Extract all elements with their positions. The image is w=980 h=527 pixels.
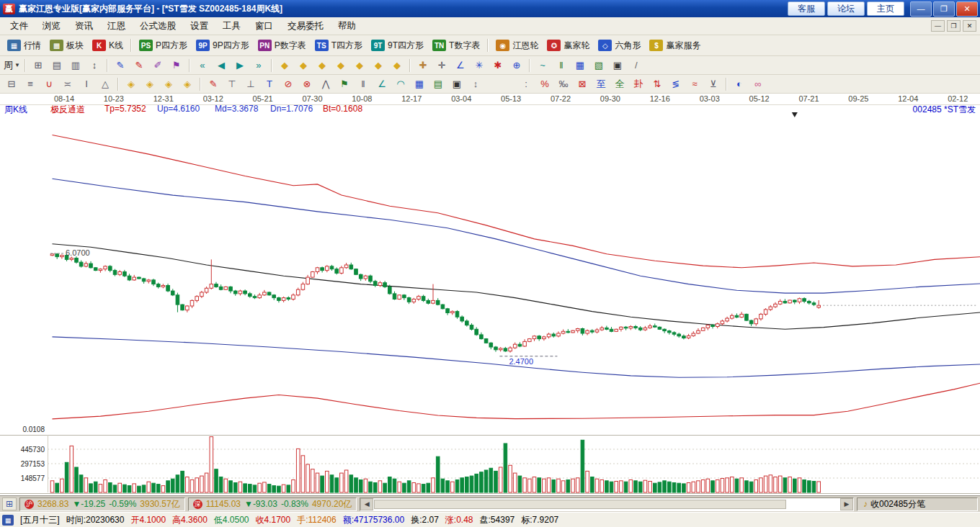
scroll-thumb[interactable]: [374, 500, 786, 509]
gann-box-3-tool[interactable]: ◈: [141, 76, 159, 92]
erase-all-tool[interactable]: ⊗: [298, 76, 316, 92]
tool-quan[interactable]: 全: [611, 76, 628, 92]
titlebar-button-support[interactable]: 客服: [788, 1, 825, 16]
toolbar-winner-service[interactable]: $赢家服务: [645, 37, 705, 54]
gann-grid-tool[interactable]: ✱: [489, 58, 507, 73]
chart-grid-button[interactable]: ▦: [411, 76, 428, 92]
child-restore-button[interactable]: ❐: [947, 20, 961, 32]
menu-help[interactable]: 帮助: [331, 17, 363, 35]
toolbar-sectors[interactable]: ▩板块: [45, 37, 88, 54]
toolbar-p-square[interactable]: PSP四方形: [135, 37, 192, 54]
titlebar-button-forum[interactable]: 论坛: [827, 1, 865, 16]
pencil-blue-tool[interactable]: ✎: [112, 58, 129, 73]
gann-square-2[interactable]: ◆: [295, 58, 312, 73]
link-icon[interactable]: ∞: [749, 76, 767, 92]
trend-pencil-tool[interactable]: ✎: [205, 76, 222, 92]
period-selector[interactable]: 周▼: [3, 58, 21, 73]
menu-settings[interactable]: 设置: [183, 17, 215, 35]
permille-tool[interactable]: ‰: [555, 76, 572, 92]
peak-tool[interactable]: ⋀: [317, 76, 334, 92]
close-box-tool[interactable]: ⊠: [574, 76, 591, 92]
pencil-red-tool[interactable]: ✎: [130, 58, 148, 73]
chart-svg[interactable]: 08-1410-2312-3103-1205-2107-3010-0812-17…: [0, 94, 980, 495]
save-button[interactable]: ▣: [609, 58, 626, 73]
pause-bars-tool[interactable]: ‖: [355, 76, 372, 92]
overlay-tool[interactable]: ⊻: [705, 76, 722, 92]
beam-tool[interactable]: I: [78, 76, 95, 92]
gann-square-7[interactable]: ◆: [388, 58, 406, 73]
rows-tool[interactable]: ≍: [59, 76, 76, 92]
step-first-button[interactable]: «: [194, 58, 211, 73]
quote-grid-icon[interactable]: ⊞: [2, 497, 17, 510]
erase-one-tool[interactable]: ⊘: [280, 76, 297, 92]
dots-column-tool[interactable]: :: [517, 76, 535, 92]
child-minimize-button[interactable]: —: [931, 20, 945, 32]
sh-index-panel[interactable]: 沪3268.83▼-19.25-0.59%3930.57亿: [19, 497, 185, 511]
menu-window[interactable]: 窗口: [248, 17, 280, 35]
chart-scrollbar[interactable]: ◀ ▶: [360, 497, 854, 511]
menu-trade-order[interactable]: 交易委托: [280, 17, 331, 35]
menu-news[interactable]: 资讯: [68, 17, 100, 35]
marker-tool[interactable]: ✐: [149, 58, 166, 73]
toolbar-quotes[interactable]: ▦行情: [3, 37, 45, 54]
updown-arrows-tool[interactable]: ⇅: [649, 76, 666, 92]
tick-panel[interactable]: ♪ 收002485分笔: [857, 497, 978, 511]
toolbar-t-square[interactable]: TST四方形: [311, 37, 367, 54]
menu-gann[interactable]: 江恩: [100, 17, 133, 35]
percent-tool[interactable]: %: [536, 76, 553, 92]
maximize-button[interactable]: ❐: [933, 1, 955, 17]
gann-box-7-tool[interactable]: ◈: [179, 76, 196, 92]
tool-zhi[interactable]: 至: [592, 76, 610, 92]
save2-button[interactable]: ▣: [448, 76, 466, 92]
arc-tool[interactable]: ◠: [392, 76, 409, 92]
step-forward-button[interactable]: ▶: [231, 58, 249, 73]
list-tool[interactable]: ≡: [22, 76, 39, 92]
candle-chart-button[interactable]: ‖: [553, 58, 570, 73]
gann-square-1[interactable]: ◆: [276, 58, 293, 73]
toolbar-9t-square[interactable]: 9T9T四方形: [367, 37, 428, 54]
columns-tool[interactable]: ▥: [67, 58, 84, 73]
child-close-button[interactable]: ✕: [963, 20, 976, 32]
titlebar-button-home[interactable]: 主页: [867, 1, 904, 16]
yinyang-icon[interactable]: ◐: [731, 76, 748, 92]
minimize-button[interactable]: —: [910, 1, 932, 17]
toolbar-p-number-table[interactable]: PNP数字表: [254, 37, 311, 54]
scroll-right-button[interactable]: ▶: [840, 498, 853, 510]
grid-tool[interactable]: ⊞: [30, 58, 47, 73]
gann-square-4[interactable]: ◆: [332, 58, 349, 73]
ruler-tool[interactable]: /: [628, 58, 645, 73]
level-line-tool[interactable]: ⊤: [223, 76, 241, 92]
magnet-tool[interactable]: ∪: [40, 76, 58, 92]
wave-tool[interactable]: ≈: [686, 76, 703, 92]
zero-axis-tool[interactable]: ↕: [86, 58, 103, 73]
sz-index-panel[interactable]: 深11145.03▼-93.03-0.83%4970.20亿: [188, 497, 357, 511]
circle-grid-tool[interactable]: ⊕: [508, 58, 525, 73]
grid-small-tool[interactable]: ⊟: [3, 76, 20, 92]
scroll-track[interactable]: [373, 499, 840, 510]
text-tool[interactable]: T: [261, 76, 278, 92]
gann-box-1-tool[interactable]: ◈: [122, 76, 140, 92]
slider-tool[interactable]: ↕: [467, 76, 484, 92]
toolbar-t-number-table[interactable]: TNT数字表: [428, 37, 484, 54]
step-back-button[interactable]: ◀: [213, 58, 230, 73]
close-button[interactable]: ✕: [956, 1, 978, 17]
titlebar[interactable]: 赢 赢家江恩专业版[赢家内部服务平台] - [*ST雪发 SZ002485-18…: [0, 0, 980, 17]
gann-square-5[interactable]: ◆: [351, 58, 368, 73]
flag-green-tool[interactable]: ⚑: [336, 76, 353, 92]
chart-area[interactable]: 08-1410-2312-3103-1205-2107-3010-0812-17…: [0, 94, 980, 495]
triangle-tool[interactable]: △: [97, 76, 114, 92]
stairs-tool[interactable]: ▤: [48, 58, 66, 73]
hand-tool[interactable]: ✚: [414, 58, 432, 73]
menu-file[interactable]: 文件: [3, 17, 35, 35]
angle-tool[interactable]: ∠: [452, 58, 469, 73]
toolbar-winner-wheel[interactable]: ✪赢家轮: [543, 37, 594, 54]
gann-box-5-tool[interactable]: ◈: [160, 76, 177, 92]
flag-tool[interactable]: ⚑: [168, 58, 185, 73]
toolbar-kline[interactable]: KK线: [88, 37, 128, 54]
gann-square-3[interactable]: ◆: [313, 58, 331, 73]
step-last-button[interactable]: »: [250, 58, 267, 73]
line-chart-button[interactable]: ~: [534, 58, 551, 73]
tool-gua[interactable]: 卦: [630, 76, 647, 92]
table-view-button[interactable]: ▧: [590, 58, 607, 73]
menu-browse[interactable]: 浏览: [35, 17, 68, 35]
